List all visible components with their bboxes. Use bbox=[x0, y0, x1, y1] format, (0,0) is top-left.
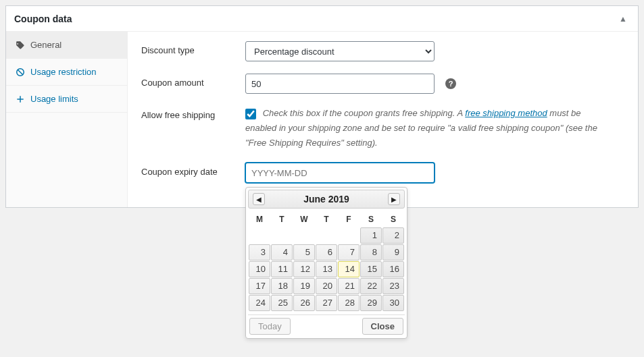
help-icon[interactable]: ? bbox=[445, 78, 456, 89]
day-cell[interactable]: 19 bbox=[293, 278, 315, 294]
datepicker-month-title: June 2019 bbox=[303, 194, 349, 204]
day-cell[interactable]: 29 bbox=[360, 295, 382, 311]
label-free-shipping: Allow free shipping bbox=[141, 106, 245, 120]
day-cell[interactable]: 10 bbox=[249, 261, 270, 277]
label-discount-type: Discount type bbox=[141, 41, 245, 55]
dow-header: T bbox=[271, 212, 293, 227]
day-cell[interactable]: 1 bbox=[360, 227, 382, 244]
day-cell[interactable]: 14 bbox=[338, 261, 360, 277]
day-cell[interactable]: 6 bbox=[316, 244, 337, 260]
day-cell[interactable]: 12 bbox=[293, 261, 315, 277]
dow-header: W bbox=[293, 212, 315, 227]
day-cell[interactable]: 3 bbox=[249, 244, 270, 260]
day-cell[interactable]: 17 bbox=[249, 278, 270, 294]
dow-header: S bbox=[382, 212, 404, 227]
day-cell[interactable]: 13 bbox=[316, 261, 337, 277]
day-cell[interactable]: 16 bbox=[382, 261, 404, 277]
collapse-icon[interactable]: ▲ bbox=[616, 14, 630, 24]
day-cell[interactable]: 26 bbox=[293, 295, 315, 311]
day-cell[interactable]: 21 bbox=[338, 278, 360, 294]
free-shipping-desc: Check this box if the coupon grants free… bbox=[245, 106, 614, 150]
day-cell[interactable]: 11 bbox=[271, 261, 293, 277]
day-cell[interactable]: 23 bbox=[382, 278, 404, 294]
day-cell[interactable]: 28 bbox=[338, 295, 360, 311]
dow-header: T bbox=[316, 212, 337, 227]
day-cell[interactable]: 24 bbox=[249, 295, 270, 311]
ban-icon bbox=[16, 67, 25, 77]
sidebar-item-label: Usage limits bbox=[30, 94, 78, 104]
panel-header: Coupon data ▲ bbox=[6, 6, 638, 32]
day-cell[interactable]: 8 bbox=[360, 244, 382, 260]
day-cell[interactable]: 25 bbox=[271, 295, 293, 311]
day-cell[interactable]: 30 bbox=[382, 295, 404, 311]
input-coupon-amount[interactable] bbox=[245, 74, 435, 94]
sliders-icon bbox=[16, 94, 25, 104]
datepicker: ◀ June 2019 ▶ MTWTFSS .....1234567891011… bbox=[245, 187, 407, 339]
sidebar-tab-usage-restriction[interactable]: Usage restriction bbox=[6, 59, 127, 86]
form-content: Discount type Percentage discount Coupon… bbox=[128, 32, 638, 207]
input-expiry-date[interactable] bbox=[245, 163, 435, 183]
dow-header: F bbox=[338, 212, 360, 227]
dow-header: S bbox=[360, 212, 382, 227]
sidebar-item-label: General bbox=[30, 40, 61, 50]
select-discount-type[interactable]: Percentage discount bbox=[245, 41, 435, 61]
label-coupon-amount: Coupon amount bbox=[141, 74, 245, 88]
day-cell[interactable]: 4 bbox=[271, 244, 293, 260]
dow-header: M bbox=[249, 212, 270, 227]
day-cell[interactable]: 20 bbox=[316, 278, 337, 294]
next-month-button[interactable]: ▶ bbox=[388, 193, 400, 205]
datepicker-header: ◀ June 2019 ▶ bbox=[248, 190, 405, 209]
desc-text: Check this box if the coupon grants free… bbox=[263, 108, 466, 118]
sidebar: General Usage restriction Usage limits bbox=[6, 32, 128, 207]
panel-title: Coupon data bbox=[14, 13, 72, 24]
day-cell[interactable]: 7 bbox=[338, 244, 360, 260]
prev-month-button[interactable]: ◀ bbox=[253, 193, 265, 205]
tag-icon bbox=[16, 40, 25, 50]
day-cell[interactable]: 5 bbox=[293, 244, 315, 260]
day-cell[interactable]: 27 bbox=[316, 295, 337, 311]
datepicker-footer: Today Close bbox=[248, 314, 405, 336]
row-expiry: Coupon expiry date ◀ June 2019 ▶ MTWTFSS bbox=[141, 163, 624, 187]
day-cell[interactable]: 15 bbox=[360, 261, 382, 277]
sidebar-tab-general[interactable]: General bbox=[6, 32, 127, 59]
today-button[interactable]: Today bbox=[249, 318, 291, 335]
checkbox-free-shipping[interactable] bbox=[245, 109, 256, 119]
close-button[interactable]: Close bbox=[362, 318, 403, 335]
row-discount-type: Discount type Percentage discount bbox=[141, 41, 624, 61]
day-cell[interactable]: 18 bbox=[271, 278, 293, 294]
row-coupon-amount: Coupon amount ? bbox=[141, 74, 624, 94]
coupon-data-panel: Coupon data ▲ General Usage restriction bbox=[5, 5, 639, 208]
day-cell[interactable]: 9 bbox=[382, 244, 404, 260]
link-free-shipping-method[interactable]: free shipping method bbox=[465, 108, 547, 118]
svg-line-1 bbox=[18, 70, 23, 75]
day-cell[interactable]: 22 bbox=[360, 278, 382, 294]
sidebar-item-label: Usage restriction bbox=[30, 67, 97, 77]
datepicker-grid: MTWTFSS .....123456789101112131415161718… bbox=[248, 211, 405, 312]
label-expiry: Coupon expiry date bbox=[141, 163, 245, 177]
sidebar-tab-usage-limits[interactable]: Usage limits bbox=[6, 86, 127, 113]
row-free-shipping: Allow free shipping Check this box if th… bbox=[141, 106, 624, 150]
panel-body: General Usage restriction Usage limits D… bbox=[6, 32, 638, 207]
day-cell[interactable]: 2 bbox=[382, 227, 404, 244]
